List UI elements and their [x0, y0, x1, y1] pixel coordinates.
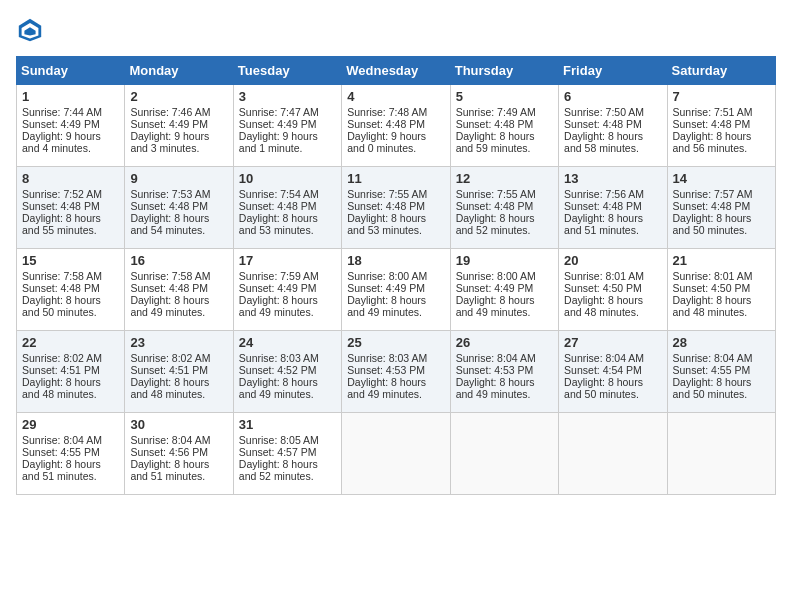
daylight-text: Daylight: 8 hours and 50 minutes.: [673, 212, 752, 236]
sunrise-text: Sunrise: 7:55 AM: [456, 188, 536, 200]
day-number: 25: [347, 335, 445, 350]
day-number: 16: [130, 253, 228, 268]
daylight-text: Daylight: 8 hours and 55 minutes.: [22, 212, 101, 236]
daylight-text: Daylight: 8 hours and 49 minutes.: [239, 376, 318, 400]
sunrise-text: Sunrise: 8:04 AM: [456, 352, 536, 364]
sunrise-text: Sunrise: 7:52 AM: [22, 188, 102, 200]
calendar-cell: 29Sunrise: 8:04 AMSunset: 4:55 PMDayligh…: [17, 413, 125, 495]
calendar-cell: 21Sunrise: 8:01 AMSunset: 4:50 PMDayligh…: [667, 249, 775, 331]
calendar-cell: [667, 413, 775, 495]
daylight-text: Daylight: 9 hours and 3 minutes.: [130, 130, 209, 154]
calendar-week-row: 1Sunrise: 7:44 AMSunset: 4:49 PMDaylight…: [17, 85, 776, 167]
daylight-text: Daylight: 8 hours and 48 minutes.: [673, 294, 752, 318]
day-number: 23: [130, 335, 228, 350]
day-number: 19: [456, 253, 554, 268]
column-header-wednesday: Wednesday: [342, 57, 450, 85]
column-header-saturday: Saturday: [667, 57, 775, 85]
day-number: 1: [22, 89, 120, 104]
calendar-cell: 3Sunrise: 7:47 AMSunset: 4:49 PMDaylight…: [233, 85, 341, 167]
sunset-text: Sunset: 4:51 PM: [130, 364, 208, 376]
calendar-week-row: 29Sunrise: 8:04 AMSunset: 4:55 PMDayligh…: [17, 413, 776, 495]
sunset-text: Sunset: 4:48 PM: [564, 118, 642, 130]
logo: [16, 16, 48, 44]
calendar-cell: 13Sunrise: 7:56 AMSunset: 4:48 PMDayligh…: [559, 167, 667, 249]
day-number: 5: [456, 89, 554, 104]
day-number: 26: [456, 335, 554, 350]
daylight-text: Daylight: 8 hours and 54 minutes.: [130, 212, 209, 236]
day-number: 31: [239, 417, 337, 432]
day-number: 28: [673, 335, 771, 350]
daylight-text: Daylight: 9 hours and 1 minute.: [239, 130, 318, 154]
calendar-cell: 28Sunrise: 8:04 AMSunset: 4:55 PMDayligh…: [667, 331, 775, 413]
daylight-text: Daylight: 8 hours and 48 minutes.: [130, 376, 209, 400]
calendar-header-row: SundayMondayTuesdayWednesdayThursdayFrid…: [17, 57, 776, 85]
daylight-text: Daylight: 8 hours and 48 minutes.: [564, 294, 643, 318]
sunset-text: Sunset: 4:55 PM: [673, 364, 751, 376]
calendar-cell: 22Sunrise: 8:02 AMSunset: 4:51 PMDayligh…: [17, 331, 125, 413]
sunrise-text: Sunrise: 7:57 AM: [673, 188, 753, 200]
calendar-cell: 12Sunrise: 7:55 AMSunset: 4:48 PMDayligh…: [450, 167, 558, 249]
sunrise-text: Sunrise: 7:47 AM: [239, 106, 319, 118]
calendar-cell: 16Sunrise: 7:58 AMSunset: 4:48 PMDayligh…: [125, 249, 233, 331]
sunrise-text: Sunrise: 8:04 AM: [564, 352, 644, 364]
day-number: 13: [564, 171, 662, 186]
calendar-cell: 20Sunrise: 8:01 AMSunset: 4:50 PMDayligh…: [559, 249, 667, 331]
calendar-week-row: 15Sunrise: 7:58 AMSunset: 4:48 PMDayligh…: [17, 249, 776, 331]
sunrise-text: Sunrise: 7:58 AM: [22, 270, 102, 282]
daylight-text: Daylight: 8 hours and 51 minutes.: [22, 458, 101, 482]
sunset-text: Sunset: 4:48 PM: [673, 200, 751, 212]
calendar-cell: 14Sunrise: 7:57 AMSunset: 4:48 PMDayligh…: [667, 167, 775, 249]
sunrise-text: Sunrise: 8:05 AM: [239, 434, 319, 446]
sunset-text: Sunset: 4:51 PM: [22, 364, 100, 376]
daylight-text: Daylight: 8 hours and 52 minutes.: [239, 458, 318, 482]
sunrise-text: Sunrise: 7:53 AM: [130, 188, 210, 200]
daylight-text: Daylight: 8 hours and 58 minutes.: [564, 130, 643, 154]
day-number: 7: [673, 89, 771, 104]
column-header-monday: Monday: [125, 57, 233, 85]
calendar-cell: 1Sunrise: 7:44 AMSunset: 4:49 PMDaylight…: [17, 85, 125, 167]
daylight-text: Daylight: 8 hours and 49 minutes.: [130, 294, 209, 318]
sunrise-text: Sunrise: 7:50 AM: [564, 106, 644, 118]
calendar-cell: 2Sunrise: 7:46 AMSunset: 4:49 PMDaylight…: [125, 85, 233, 167]
calendar-cell: 25Sunrise: 8:03 AMSunset: 4:53 PMDayligh…: [342, 331, 450, 413]
daylight-text: Daylight: 8 hours and 50 minutes.: [564, 376, 643, 400]
day-number: 9: [130, 171, 228, 186]
daylight-text: Daylight: 8 hours and 53 minutes.: [347, 212, 426, 236]
day-number: 2: [130, 89, 228, 104]
daylight-text: Daylight: 8 hours and 48 minutes.: [22, 376, 101, 400]
sunrise-text: Sunrise: 7:46 AM: [130, 106, 210, 118]
sunrise-text: Sunrise: 7:56 AM: [564, 188, 644, 200]
sunset-text: Sunset: 4:49 PM: [239, 118, 317, 130]
sunrise-text: Sunrise: 7:44 AM: [22, 106, 102, 118]
daylight-text: Daylight: 8 hours and 51 minutes.: [564, 212, 643, 236]
calendar-week-row: 8Sunrise: 7:52 AMSunset: 4:48 PMDaylight…: [17, 167, 776, 249]
day-number: 10: [239, 171, 337, 186]
sunset-text: Sunset: 4:48 PM: [347, 118, 425, 130]
sunrise-text: Sunrise: 8:04 AM: [130, 434, 210, 446]
day-number: 4: [347, 89, 445, 104]
sunset-text: Sunset: 4:49 PM: [130, 118, 208, 130]
calendar-cell: 10Sunrise: 7:54 AMSunset: 4:48 PMDayligh…: [233, 167, 341, 249]
sunset-text: Sunset: 4:48 PM: [347, 200, 425, 212]
day-number: 21: [673, 253, 771, 268]
calendar-cell: 19Sunrise: 8:00 AMSunset: 4:49 PMDayligh…: [450, 249, 558, 331]
sunrise-text: Sunrise: 8:04 AM: [22, 434, 102, 446]
day-number: 24: [239, 335, 337, 350]
day-number: 30: [130, 417, 228, 432]
calendar-cell: [450, 413, 558, 495]
calendar-cell: 30Sunrise: 8:04 AMSunset: 4:56 PMDayligh…: [125, 413, 233, 495]
calendar-cell: [342, 413, 450, 495]
sunset-text: Sunset: 4:48 PM: [22, 200, 100, 212]
calendar-cell: 26Sunrise: 8:04 AMSunset: 4:53 PMDayligh…: [450, 331, 558, 413]
calendar-cell: 6Sunrise: 7:50 AMSunset: 4:48 PMDaylight…: [559, 85, 667, 167]
sunrise-text: Sunrise: 8:00 AM: [347, 270, 427, 282]
day-number: 27: [564, 335, 662, 350]
calendar-week-row: 22Sunrise: 8:02 AMSunset: 4:51 PMDayligh…: [17, 331, 776, 413]
day-number: 22: [22, 335, 120, 350]
daylight-text: Daylight: 8 hours and 49 minutes.: [239, 294, 318, 318]
sunset-text: Sunset: 4:48 PM: [130, 200, 208, 212]
daylight-text: Daylight: 8 hours and 50 minutes.: [673, 376, 752, 400]
logo-icon: [16, 16, 44, 44]
column-header-friday: Friday: [559, 57, 667, 85]
column-header-sunday: Sunday: [17, 57, 125, 85]
